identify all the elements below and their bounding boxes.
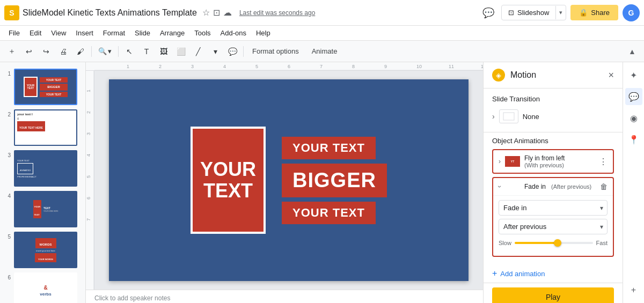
cloud-icon[interactable]: ☁ [223,8,232,18]
paint-format-button[interactable]: 🖌 [73,44,88,59]
text-tool[interactable]: T [139,44,154,59]
speaker-notes-label[interactable]: Click to add speaker notes [94,294,170,302]
thumb4-left-text: YOURTEXT [34,205,41,216]
slide-num-6: 6 [4,272,11,280]
slide-canvas-wrapper[interactable]: YOURTEXT YOUR TEXT BIGGER YOUR TEXT [94,71,483,290]
slide-thumb-6[interactable]: 6 & verbs [0,270,85,303]
menu-file[interactable]: File [4,28,24,38]
menu-insert[interactable]: Insert [71,28,98,38]
main-layout: 1 YOURTEXT YOUR TEXT BIGGER YOUR TEXT 2 [0,62,644,303]
motion-close-button[interactable]: × [608,70,614,81]
anim2-chevron-icon: › [496,186,503,188]
timing-select[interactable]: After previous [499,219,608,234]
anim2-delete-button[interactable]: 🗑 [600,182,608,191]
menu-addons[interactable]: Add-ons [216,28,251,38]
image-tool[interactable]: 🖼 [156,44,171,59]
horizontal-ruler: 1 2 3 4 5 6 7 8 9 10 11 12 13 [86,62,483,71]
anim2-header[interactable]: › Fade in (After previous) 🗑 [493,178,613,195]
slideshow-button[interactable]: ⊡ Slideshow [502,5,555,20]
svg-text:12: 12 [481,64,483,69]
transition-row[interactable]: › None [492,107,614,125]
slide-bar-middle[interactable]: BIGGER [282,164,387,197]
present-icon[interactable]: ⊡ [213,8,220,18]
menu-slide[interactable]: Slide [130,28,155,38]
format-options-button[interactable]: Format options [247,45,304,57]
print-button[interactable]: 🖨 [56,44,71,59]
anim1-more-icon[interactable]: ⋮ [599,157,608,167]
shape-tool[interactable]: ⬜ [173,44,188,59]
add-button[interactable]: ＋ [4,44,19,59]
comment-button[interactable]: 💬 [480,4,497,21]
slide-thumbnail-4: YOURTEXT TEXT YOUR DONE HERE [14,191,77,227]
user-avatar[interactable]: G [623,4,640,21]
lock-icon: 🔒 [579,9,588,17]
menu-edit[interactable]: Edit [25,28,46,38]
redo-button[interactable]: ↪ [39,44,54,59]
chat-icon-button[interactable]: ◉ [625,109,642,127]
timing-select-wrapper: After previous [499,219,608,234]
arrow-dropdown[interactable]: ▾ [208,44,223,59]
thumb1-bar3-text: YOUR TEXT [46,93,62,96]
svg-rect-22 [503,113,514,120]
zoom-icon: 🔍 [98,47,107,55]
svg-text:3: 3 [86,132,91,135]
last-edit[interactable]: Last edit was seconds ago [239,9,315,17]
motion-header: ◈ Motion × [484,62,623,88]
menu-format[interactable]: Format [99,28,129,38]
slide-thumb-4[interactable]: 4 YOURTEXT TEXT YOUR DONE HERE [0,189,85,230]
slide-thumb-3[interactable]: 3 YOUR TEXT ANIMATED PROFESSIONALLY [0,148,85,189]
slide-inner: YOURTEXT YOUR TEXT BIGGER YOUR TEXT [109,79,469,281]
slide-bar-bottom[interactable]: YOUR TEXT [282,202,376,224]
zoom-dropdown[interactable]: 🔍 ▾ [95,46,115,57]
svg-text:5: 5 [86,175,91,178]
bottom-section: Click to add speaker notes [86,290,483,303]
menu-arrange[interactable]: Arrange [156,28,189,38]
map-icon-button[interactable]: 📍 [625,131,642,148]
explore-icon-button[interactable]: ✦ [625,66,642,84]
slide-bar-top[interactable]: YOUR TEXT [282,137,376,159]
object-animations-title: Object Animations [492,137,614,145]
slide-thumb-1[interactable]: 1 YOURTEXT YOUR TEXT BIGGER YOUR TEXT [0,66,85,107]
anim1-header[interactable]: › YT Fly in from left (With previous) ⋮ [493,150,613,173]
thumb5-bar2-text: YOUR WORDS [38,258,53,261]
slider-thumb[interactable] [554,239,561,247]
share-button[interactable]: 🔒 Share [570,5,618,20]
top-right-buttons: 💬 ⊡ Slideshow ▾ 🔒 Share G [480,4,640,21]
select-tool[interactable]: ↖ [122,44,137,59]
thumb1-left-text: YOURTEXT [27,84,34,90]
menu-view[interactable]: View [47,28,70,38]
star-icon[interactable]: ☆ [202,8,210,18]
slideshow-dropdown-button[interactable]: ▾ [555,6,566,19]
svg-text:11: 11 [449,64,454,69]
play-button[interactable]: Play [492,287,614,303]
slider-fill [515,242,558,244]
svg-text:1: 1 [127,64,129,69]
expand-right-button[interactable]: + [625,282,642,299]
slide-bar-top-text: YOUR TEXT [292,141,365,154]
comments-icon-button[interactable]: 💬 [625,88,642,105]
undo-button[interactable]: ↩ [21,44,36,59]
effect-select[interactable]: Fade in [499,200,608,216]
slide-thumb-5[interactable]: 5 WORDS insert your text here YOUR WORDS [0,230,85,270]
comment-tool[interactable]: 💬 [225,44,240,59]
svg-text:2: 2 [159,64,162,69]
speaker-notes-bar: Click to add speaker notes [86,290,483,303]
doc-title: SlideModel Kinetic Texts Animations Temp… [23,8,197,18]
menu-tools[interactable]: Tools [190,28,215,38]
slide-canvas[interactable]: YOURTEXT YOUR TEXT BIGGER YOUR TEXT [109,79,469,281]
slide-left-box[interactable]: YOURTEXT [191,127,266,234]
svg-text:5: 5 [255,64,258,69]
anim2-name-label: Fade in (After previous) [524,183,596,190]
collapse-toolbar-button[interactable]: ▲ [625,44,640,59]
speed-slider-track[interactable] [515,242,593,244]
slide-left-text: YOURTEXT [200,159,256,201]
menu-help[interactable]: Help [252,28,275,38]
thumb5-text: insert your text here [36,249,55,252]
slide-thumb-2[interactable]: 2 your text l & YOUR TEXT HERE [0,107,85,148]
slide-right-content: YOUR TEXT BIGGER YOUR TEXT [282,137,387,224]
transition-preview-svg [502,112,515,121]
line-tool[interactable]: ╱ [191,44,206,59]
thumb2-title: your text l [17,113,74,116]
add-animation-button[interactable]: + Add animation [484,264,623,283]
animate-button[interactable]: Animate [306,45,343,57]
